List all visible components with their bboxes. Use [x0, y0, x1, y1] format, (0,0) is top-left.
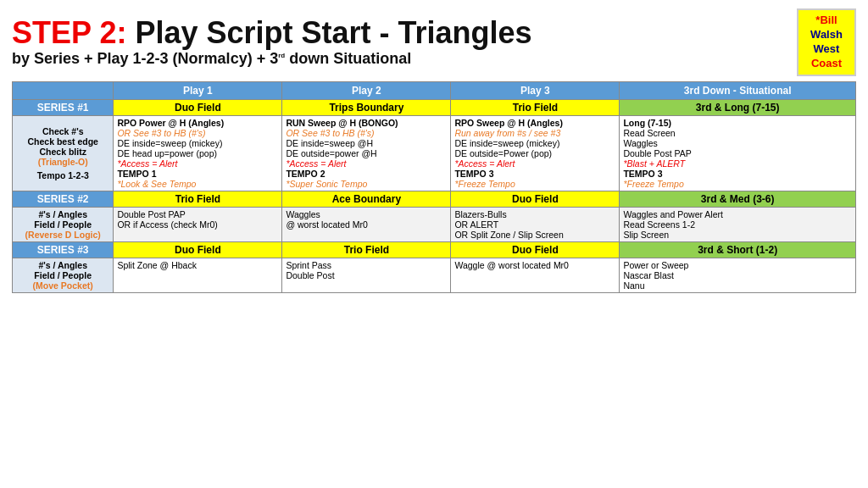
s3p2-l2: Double Post	[286, 270, 447, 280]
series1-play1-content: RPO Power @ H (Angles) OR See #3 to HB (…	[114, 115, 282, 191]
s1p3-l3: DE inside=sweep (mickey)	[454, 138, 615, 148]
s2p4-l2: Read Screens 1-2	[623, 219, 852, 230]
col-header-1: Play 1	[114, 81, 282, 99]
badge: *Bill Walsh West Coast	[797, 8, 856, 76]
series3-play1: Duo Field	[114, 241, 282, 258]
table-header-row: Play 1 Play 2 Play 3 3rd Down - Situatio…	[13, 81, 856, 99]
s1p4-l7: *Freeze Tempo	[623, 179, 852, 189]
s1p2-l5: *Access = Alert	[286, 158, 447, 169]
series2-label-row: SERIES #2 Trio Field Ace Boundary Duo Fi…	[13, 191, 856, 207]
s1p1-l4: DE head up=power (pop)	[117, 148, 278, 158]
s1p4-l6: TEMPO 3	[623, 169, 852, 179]
s3p4-l3: Nanu	[623, 280, 852, 291]
series1-play1: Duo Field	[114, 99, 282, 115]
series1-side-2: Check best edge	[16, 136, 109, 147]
col-header-3: Play 3	[451, 81, 620, 99]
badge-line4: Coast	[811, 57, 842, 69]
col-header-2: Play 2	[282, 81, 451, 99]
s3p3-l1: Waggle @ worst located Mr0	[454, 260, 615, 270]
series2-play4-content: Waggles and Power Alert Read Screens 1-2…	[620, 207, 856, 241]
s1p2-l3: DE inside=sweep @H	[286, 138, 447, 148]
series2-side-2: Field / People	[16, 219, 109, 230]
series3-play2: Trio Field	[282, 241, 451, 258]
s1p4-l3: Waggles	[623, 138, 852, 148]
s1p3-l4: DE outside=Power (pop)	[454, 148, 615, 158]
series1-label: SERIES #1	[13, 99, 114, 115]
series1-play4: 3rd & Long (7-15)	[620, 99, 856, 115]
series1-play2: Trips Boundary	[282, 99, 451, 115]
s2p3-l3: OR Split Zone / Slip Screen	[454, 230, 615, 240]
series1-content-row: Check #'s Check best edge Check blitz (T…	[13, 115, 856, 191]
series3-play2-content: Sprint Pass Double Post	[282, 258, 451, 292]
s1p1-l1: RPO Power @ H (Angles)	[117, 118, 278, 128]
header: STEP 2: Play Script Start - Triangles by…	[12, 8, 856, 76]
series2-play3: Duo Field	[451, 191, 620, 207]
s1p1-l5: *Access = Alert	[117, 158, 278, 169]
s3p2-l1: Sprint Pass	[286, 260, 447, 270]
s1p1-l3: DE inside=sweep (mickey)	[117, 138, 278, 148]
s1p3-l2: Run away from #s / see #3	[454, 128, 615, 138]
s1p4-l1: Long (7-15)	[623, 118, 852, 128]
s1p2-l1: RUN Sweep @ H (BONGO)	[286, 118, 447, 128]
series3-play4: 3rd & Short (1-2)	[620, 241, 856, 258]
s1p2-l4: DE outside=power @H	[286, 148, 447, 158]
series2-play3-content: Blazers-Bulls OR ALERT OR Split Zone / S…	[451, 207, 620, 241]
series1-play3: Trio Field	[451, 99, 620, 115]
s1p2-l7: *Super Sonic Tempo	[286, 179, 447, 189]
s2p3-l1: Blazers-Bulls	[454, 209, 615, 219]
page: STEP 2: Play Script Start - Triangles by…	[0, 0, 868, 488]
step-label: STEP 2:	[12, 15, 126, 50]
series3-play1-content: Split Zone @ Hback	[114, 258, 282, 292]
s1p2-l6: TEMPO 2	[286, 169, 447, 179]
s3p4-l1: Power or Sweep	[623, 260, 852, 270]
s1p2-l2: OR See #3 to HB (#'s)	[286, 128, 447, 138]
s2p2-l2: @ worst located Mr0	[286, 219, 447, 230]
series2-side: #'s / Angles Field / People (Reverse D L…	[13, 207, 114, 241]
s2p1-l2: OR if Access (check Mr0)	[117, 219, 278, 230]
series3-side-3: (Move Pocket)	[16, 280, 109, 291]
subtitle: by Series + Play 1-2-3 (Normalcy) + 3rd …	[12, 50, 532, 69]
series1-play2-content: RUN Sweep @ H (BONGO) OR See #3 to HB (#…	[282, 115, 451, 191]
series2-play2-content: Waggles @ worst located Mr0	[282, 207, 451, 241]
series1-side: Check #'s Check best edge Check blitz (T…	[13, 115, 114, 191]
s1p1-l6: TEMPO 1	[117, 169, 278, 179]
series2-play1: Trio Field	[114, 191, 282, 207]
header-left: STEP 2: Play Script Start - Triangles by…	[12, 16, 532, 68]
series2-play1-content: Double Post PAP OR if Access (check Mr0)	[114, 207, 282, 241]
series1-play3-content: RPO Sweep @ H (Angles) Run away from #s …	[451, 115, 620, 191]
series1-side-5: Tempo 1-2-3	[16, 170, 109, 180]
series1-side-4: (Triangle-O)	[16, 157, 109, 167]
series3-content-row: #'s / Angles Field / People (Move Pocket…	[13, 258, 856, 292]
series2-play4: 3rd & Med (3-6)	[620, 191, 856, 207]
s1p1-l7: *Look & See Tempo	[117, 179, 278, 189]
s1p4-l4: Double Post PAP	[623, 148, 852, 158]
series2-content-row: #'s / Angles Field / People (Reverse D L…	[13, 207, 856, 241]
subtitle-text: by Series + Play 1-2-3 (Normalcy) + 3	[12, 50, 278, 67]
s2p2-l1: Waggles	[286, 209, 447, 219]
s1p3-l5: *Access = Alert	[454, 158, 615, 169]
badge-line1: *Bill	[815, 14, 837, 26]
series2-label: SERIES #2	[13, 191, 114, 207]
play-script-table: Play 1 Play 2 Play 3 3rd Down - Situatio…	[12, 81, 856, 293]
s1p4-l5: *Blast + ALERT	[623, 158, 852, 169]
s1p3-l1: RPO Sweep @ H (Angles)	[454, 118, 615, 128]
s1p3-l7: *Freeze Tempo	[454, 179, 615, 189]
subtitle-sup: rd	[278, 52, 285, 59]
series1-side-1: Check #'s	[16, 126, 109, 136]
series3-play4-content: Power or Sweep Nascar Blast Nanu	[620, 258, 856, 292]
series3-side: #'s / Angles Field / People (Move Pocket…	[13, 258, 114, 292]
series3-play3: Duo Field	[451, 241, 620, 258]
s1p3-l6: TEMPO 3	[454, 169, 615, 179]
title-line1: STEP 2: Play Script Start - Triangles	[12, 16, 532, 50]
s2p1-l1: Double Post PAP	[117, 209, 278, 219]
badge-line2: Walsh	[810, 28, 843, 41]
s2p4-l1: Waggles and Power Alert	[623, 209, 852, 219]
series2-side-3: (Reverse D Logic)	[16, 230, 109, 240]
subtitle-end: down Situational	[285, 50, 411, 67]
s1p4-l2: Read Screen	[623, 128, 852, 138]
series2-play2: Ace Boundary	[282, 191, 451, 207]
title-text: Play Script Start - Triangles	[135, 15, 531, 50]
series2-side-1: #'s / Angles	[16, 209, 109, 219]
series1-play4-content: Long (7-15) Read Screen Waggles Double P…	[620, 115, 856, 191]
col-header-4: 3rd Down - Situational	[620, 81, 856, 99]
